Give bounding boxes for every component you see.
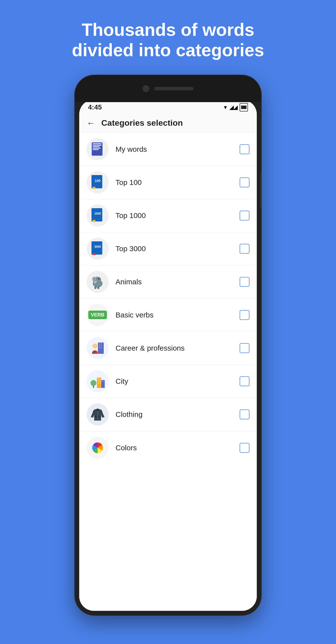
list-item[interactable]: Colors (79, 431, 257, 464)
verb-icon: VERB (87, 304, 109, 326)
svg-point-28 (92, 344, 97, 348)
speaker-bar (154, 87, 194, 90)
animals-label: Animals (115, 278, 240, 286)
top100-label: Top 100 (115, 178, 240, 186)
top100-checkbox[interactable] (240, 178, 249, 187)
wifi-icon: ▾ (224, 104, 227, 111)
svg-rect-4 (93, 148, 101, 148)
svg-rect-44 (99, 416, 101, 417)
hero-line1: Thousands of words (72, 20, 264, 40)
side-button (260, 173, 261, 208)
page-title: Categories selection (101, 118, 183, 128)
city-checkbox[interactable] (240, 376, 249, 386)
list-item[interactable]: 1000 Top 1000 (79, 199, 257, 232)
phone-top-bar (75, 75, 261, 102)
top100-icon: 100 (87, 171, 109, 194)
top1000-icon: 1000 (87, 204, 109, 226)
svg-rect-8 (92, 187, 95, 189)
svg-rect-41 (93, 386, 94, 388)
top3000-icon: 3000 (87, 238, 109, 260)
svg-rect-33 (98, 380, 99, 382)
svg-rect-31 (98, 378, 99, 380)
battery-icon (240, 103, 248, 112)
phone-screen: 4:45 ▾ ◢◢ ← Categories selection (79, 100, 257, 611)
svg-rect-32 (100, 378, 101, 380)
my-words-checkbox[interactable] (240, 144, 249, 154)
top3000-label: Top 3000 (115, 244, 240, 253)
list-item[interactable]: Clothing (79, 398, 257, 431)
svg-rect-22 (99, 344, 100, 344)
top1000-label: Top 1000 (115, 212, 240, 220)
svg-rect-3 (93, 146, 100, 147)
svg-text:3000: 3000 (94, 245, 101, 248)
my-words-label: My words (115, 145, 240, 154)
list-item[interactable]: City (79, 365, 257, 398)
basic-verbs-checkbox[interactable] (240, 310, 249, 320)
category-list: My words 100 Top 100 (79, 133, 257, 610)
colors-label: Colors (115, 444, 240, 452)
svg-point-40 (90, 380, 96, 386)
basic-verbs-label: Basic verbs (115, 311, 240, 319)
status-time: 4:45 (88, 103, 102, 111)
top1000-checkbox[interactable] (240, 211, 249, 220)
hero-section: Thousands of words divided into categori… (47, 0, 289, 73)
svg-rect-39 (103, 381, 104, 382)
list-item[interactable]: 100 Top 100 (79, 166, 257, 199)
svg-rect-35 (98, 382, 99, 384)
status-icons: ▾ ◢◢ (224, 103, 248, 112)
my-words-icon (87, 138, 109, 160)
svg-rect-24 (99, 346, 100, 346)
career-checkbox[interactable] (240, 343, 249, 353)
svg-rect-2 (93, 145, 101, 146)
phone-frame: 4:45 ▾ ◢◢ ← Categories selection (75, 75, 261, 615)
camera-dot (142, 85, 149, 92)
svg-rect-34 (100, 380, 101, 382)
svg-rect-38 (102, 381, 102, 382)
colors-icon (87, 437, 109, 459)
svg-rect-27 (101, 348, 102, 348)
svg-rect-11 (92, 220, 95, 222)
app-bar: ← Categories selection (79, 114, 257, 133)
svg-point-17 (92, 277, 96, 282)
list-item[interactable]: Career & professions (79, 332, 257, 365)
svg-rect-43 (95, 416, 97, 417)
svg-rect-26 (99, 348, 100, 348)
list-item[interactable]: VERB Basic verbs (79, 298, 257, 332)
svg-rect-19 (94, 286, 96, 289)
svg-text:1000: 1000 (94, 212, 101, 215)
svg-rect-0 (92, 142, 102, 156)
city-icon (87, 370, 109, 392)
svg-rect-1 (93, 144, 101, 144)
list-item[interactable]: 3000 Top 3000 (79, 232, 257, 266)
verb-badge: VERB (88, 310, 107, 319)
clothing-checkbox[interactable] (240, 410, 249, 419)
phone-shell: 4:45 ▾ ◢◢ ← Categories selection (75, 75, 261, 615)
svg-point-18 (98, 278, 100, 280)
svg-rect-20 (97, 286, 99, 289)
list-item[interactable]: My words (79, 133, 257, 166)
svg-rect-25 (101, 346, 102, 346)
career-label: Career & professions (115, 344, 240, 352)
svg-rect-5 (93, 149, 99, 150)
clothing-label: Clothing (115, 410, 240, 418)
svg-rect-23 (101, 344, 102, 344)
colors-checkbox[interactable] (240, 443, 249, 453)
list-item[interactable]: Animals (79, 266, 257, 298)
signal-icon: ◢◢ (229, 104, 237, 111)
svg-rect-29 (92, 352, 95, 354)
clothing-icon (87, 404, 109, 426)
hero-line2: divided into categories (72, 40, 264, 60)
back-button[interactable]: ← (87, 118, 95, 128)
animals-checkbox[interactable] (240, 277, 249, 287)
city-label: City (115, 377, 240, 386)
svg-text:100: 100 (95, 179, 101, 183)
career-icon (87, 337, 109, 359)
svg-rect-36 (100, 382, 101, 384)
svg-rect-14 (92, 253, 95, 255)
animals-icon (87, 271, 109, 293)
top3000-checkbox[interactable] (240, 244, 249, 254)
